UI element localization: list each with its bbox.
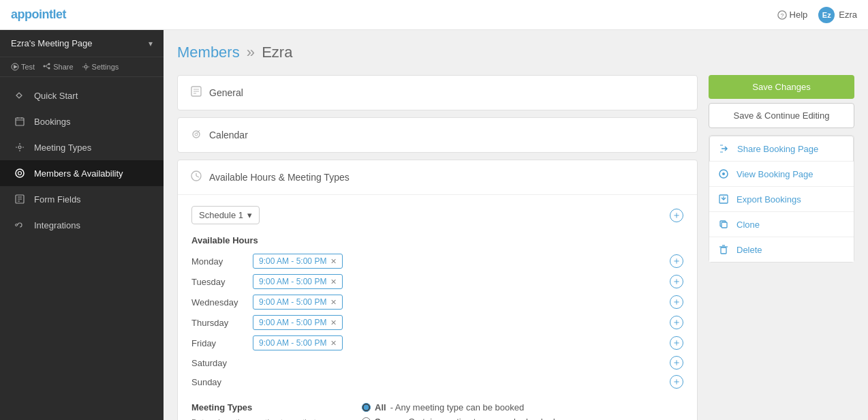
quick-start-icon: [14, 89, 26, 102]
option-some[interactable]: Some - Certain meeting types can be book…: [362, 417, 555, 420]
radio-all[interactable]: [362, 403, 371, 412]
general-card-title: General: [209, 87, 243, 98]
option-some-desc: - Certain meeting types can be booked: [403, 417, 555, 420]
remove-time-button[interactable]: ✕: [330, 339, 337, 348]
members-icon: [14, 167, 26, 179]
time-tags: 9:00 AM - 5:00 PM✕: [253, 274, 670, 289]
remove-time-button[interactable]: ✕: [330, 278, 337, 286]
svg-point-34: [722, 172, 725, 175]
share-action[interactable]: Share: [43, 63, 73, 71]
available-hours-card: Available Hours & Meeting Types Schedule…: [177, 160, 698, 420]
svg-marker-3: [14, 65, 18, 69]
remove-time-button[interactable]: ✕: [330, 318, 337, 327]
page-title: Members » Ezra: [177, 44, 854, 61]
add-time-button[interactable]: ＋: [670, 336, 683, 350]
day-row: Saturday＋: [191, 356, 683, 370]
sidebar-item-quick-start[interactable]: Quick Start: [0, 82, 164, 108]
day-row: Monday9:00 AM - 5:00 PM✕＋: [191, 254, 683, 269]
export-bookings-link[interactable]: Export Bookings: [709, 187, 854, 212]
delete-icon: [717, 243, 730, 256]
clone-link[interactable]: Clone: [709, 212, 854, 237]
view-booking-link[interactable]: View Booking Page: [709, 162, 854, 187]
delete-link[interactable]: Delete: [709, 237, 854, 262]
schedule-dropdown[interactable]: Schedule 1 ▾: [191, 206, 260, 224]
save-continue-button[interactable]: Save & Continue Editing: [709, 103, 854, 128]
time-tag: 9:00 AM - 5:00 PM✕: [253, 335, 343, 350]
option-all-label: All: [375, 402, 386, 412]
day-row: Friday9:00 AM - 5:00 PM✕＋: [191, 335, 683, 350]
sidebar-item-label: Bookings: [34, 117, 70, 127]
settings-action[interactable]: Settings: [82, 63, 119, 71]
add-time-button[interactable]: ＋: [670, 295, 683, 309]
export-icon: [717, 193, 730, 205]
add-time-button[interactable]: ＋: [670, 275, 683, 288]
user-menu[interactable]: Ez Ezra: [818, 7, 857, 23]
add-time-button[interactable]: ＋: [670, 375, 683, 389]
svg-point-7: [84, 65, 87, 68]
sidebar-item-meeting-types[interactable]: Meeting Types: [0, 134, 164, 160]
time-value: 9:00 AM - 5:00 PM: [259, 256, 326, 266]
sidebar-header: Ezra's Meeting Page ▾: [0, 30, 164, 57]
help-link[interactable]: ? Help: [777, 10, 808, 20]
calendar-card-header[interactable]: Calendar: [178, 118, 697, 152]
svg-rect-39: [721, 247, 726, 254]
calendar-card: Calendar: [177, 117, 698, 153]
dropdown-chevron-icon: ▾: [247, 210, 252, 220]
breadcrumb-members[interactable]: Members: [177, 44, 240, 61]
sidebar-item-label: Quick Start: [34, 91, 78, 101]
day-name: Monday: [191, 256, 253, 267]
add-time-button[interactable]: ＋: [670, 254, 683, 268]
add-schedule-button[interactable]: ＋: [670, 209, 683, 222]
save-changes-button[interactable]: Save Changes: [709, 75, 854, 99]
svg-line-32: [196, 176, 199, 177]
time-value: 9:00 AM - 5:00 PM: [259, 338, 326, 348]
integrations-icon: [14, 219, 26, 231]
day-name: Friday: [191, 338, 253, 348]
available-hours-label: Available Hours: [191, 235, 683, 245]
general-card-header[interactable]: General: [178, 76, 697, 110]
remove-time-button[interactable]: ✕: [330, 298, 337, 307]
meeting-types-icon: [14, 141, 26, 153]
help-icon: ?: [777, 10, 787, 20]
card-body: Schedule 1 ▾ ＋ Available Hours Monday9:0…: [178, 195, 697, 420]
available-hours-card-header[interactable]: Available Hours & Meeting Types: [178, 160, 697, 195]
sidebar-item-label: Form Fields: [34, 194, 81, 205]
time-tag: 9:00 AM - 5:00 PM✕: [253, 274, 343, 289]
share-booking-link[interactable]: Share Booking Page: [709, 136, 854, 162]
sidebar-item-bookings[interactable]: Bookings: [0, 108, 164, 134]
top-navigation: appointlet ? Help Ez Ezra: [0, 0, 868, 30]
svg-point-5: [48, 68, 50, 70]
svg-rect-8: [16, 118, 24, 125]
radio-some[interactable]: [362, 417, 371, 420]
general-icon: [190, 85, 202, 100]
content-area: General Calendar: [177, 75, 854, 420]
sidebar-item-integrations[interactable]: Integrations: [0, 212, 164, 238]
svg-point-4: [48, 63, 50, 65]
bookings-icon: [14, 115, 26, 127]
calendar-card-title: Calendar: [209, 130, 248, 140]
day-name: Wednesday: [191, 297, 253, 308]
day-row: Thursday9:00 AM - 5:00 PM✕＋: [191, 315, 683, 330]
add-time-button[interactable]: ＋: [670, 316, 683, 329]
main-content: Members » Ezra General: [164, 30, 868, 420]
time-tag: 9:00 AM - 5:00 PM✕: [253, 295, 343, 310]
sidebar-subactions: Test Share Settings: [0, 57, 164, 77]
add-time-button[interactable]: ＋: [670, 356, 683, 370]
right-panel: Save Changes Save & Continue Editing Sha…: [698, 75, 854, 420]
meeting-types-options: All - Any meeting type can be booked Som…: [362, 402, 555, 420]
option-all[interactable]: All - Any meeting type can be booked: [362, 402, 555, 412]
settings-icon: [82, 63, 90, 71]
test-action[interactable]: Test: [11, 63, 35, 71]
sidebar-chevron-icon[interactable]: ▾: [149, 39, 153, 48]
test-icon: [11, 63, 19, 71]
avatar: Ez: [818, 7, 835, 23]
day-row: Tuesday9:00 AM - 5:00 PM✕＋: [191, 274, 683, 289]
breadcrumb-separator: »: [247, 44, 255, 61]
form-fields-icon: [14, 193, 26, 205]
remove-time-button[interactable]: ✕: [330, 257, 337, 266]
time-tag: 9:00 AM - 5:00 PM✕: [253, 315, 343, 330]
main-layout: Ezra's Meeting Page ▾ Test Share Setting…: [0, 30, 868, 420]
sidebar-item-form-fields[interactable]: Form Fields: [0, 186, 164, 212]
day-name: Saturday: [191, 358, 253, 368]
sidebar-item-members-availability[interactable]: Members & Availability: [0, 160, 164, 186]
